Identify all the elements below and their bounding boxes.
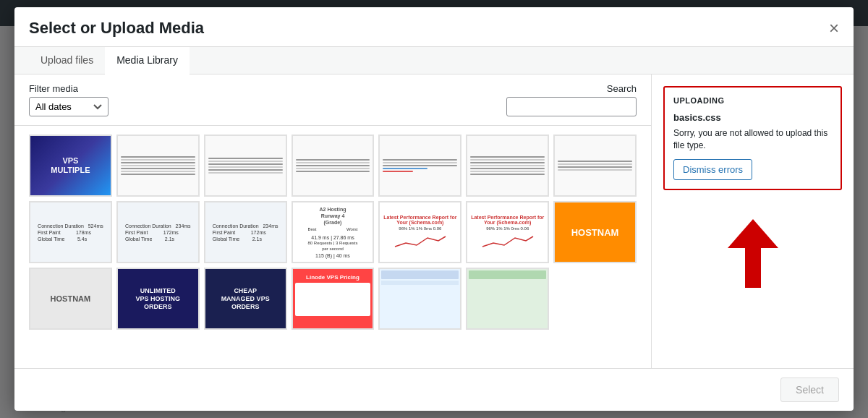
- filter-label: Filter media: [29, 83, 109, 94]
- media-thumb[interactable]: Connection Duration 524ms First Paint 17…: [29, 201, 112, 263]
- media-thumb[interactable]: [553, 135, 637, 197]
- close-button[interactable]: ×: [829, 20, 839, 46]
- uploading-title: UPLOADING: [673, 96, 832, 105]
- media-modal: Select or Upload Media × Upload files Me…: [14, 7, 854, 411]
- media-thumb[interactable]: [378, 135, 461, 197]
- tab-bar: Upload files Media Library: [14, 47, 854, 74]
- media-thumb[interactable]: UNLIMITEDVPS HOSTINGORDERS: [116, 268, 200, 330]
- media-thumb[interactable]: Connection Duration 234ms First Paint 17…: [116, 201, 200, 263]
- media-thumb[interactable]: A2 HostingRunway 4(Grade) BestWorst 41.9…: [292, 201, 375, 263]
- upload-file-name: basics.css: [673, 112, 832, 123]
- upload-error-message: Sorry, you are not allowed to upload thi…: [673, 127, 832, 152]
- dismiss-errors-button[interactable]: Dismiss errors: [673, 159, 752, 180]
- select-button[interactable]: Select: [780, 378, 839, 402]
- modal-footer: Select: [14, 368, 854, 411]
- filter-select[interactable]: All dates: [29, 97, 109, 116]
- media-thumb[interactable]: [466, 268, 549, 330]
- search-group: Search: [506, 83, 637, 116]
- upload-panel: UPLOADING basics.css Sorry, you are not …: [651, 74, 854, 368]
- arrow-graphic: [663, 219, 842, 288]
- media-thumb[interactable]: [378, 268, 461, 330]
- upload-arrow-icon: [728, 219, 778, 288]
- modal-body: Filter media All dates Search VPSMULT: [14, 74, 854, 368]
- media-thumb[interactable]: HOSTNAM: [29, 268, 112, 330]
- media-thumb[interactable]: [466, 135, 549, 197]
- media-area: Filter media All dates Search VPSMULT: [14, 74, 651, 368]
- media-grid-container: VPSMULTIPLE: [14, 126, 651, 368]
- media-thumb[interactable]: [204, 135, 287, 197]
- modal-title: Select or Upload Media: [29, 19, 204, 46]
- media-thumb[interactable]: Latest Performance Report forYour (Schem…: [378, 201, 461, 263]
- media-thumb[interactable]: CHEAPMANAGED VPSORDERS: [204, 268, 287, 330]
- media-grid: VPSMULTIPLE: [29, 135, 637, 330]
- media-thumb[interactable]: [292, 135, 375, 197]
- media-thumb[interactable]: [116, 135, 200, 197]
- search-label: Search: [607, 83, 637, 94]
- modal-header: Select or Upload Media ×: [14, 7, 854, 47]
- tab-upload-files[interactable]: Upload files: [29, 47, 105, 74]
- media-thumb[interactable]: HOSTNAM: [553, 201, 637, 263]
- media-thumb[interactable]: Connection Duration 234ms First Paint 17…: [204, 201, 287, 263]
- filter-group: Filter media All dates: [29, 83, 109, 116]
- search-input[interactable]: [506, 97, 637, 116]
- media-thumb[interactable]: Linode VPS Pricing: [292, 268, 375, 330]
- media-thumb[interactable]: Latest Performance Report forYour (Schem…: [466, 201, 549, 263]
- media-thumb[interactable]: VPSMULTIPLE: [29, 135, 112, 197]
- uploading-error-box: UPLOADING basics.css Sorry, you are not …: [663, 86, 842, 190]
- filter-bar: Filter media All dates Search: [14, 74, 651, 126]
- tab-media-library[interactable]: Media Library: [105, 47, 190, 74]
